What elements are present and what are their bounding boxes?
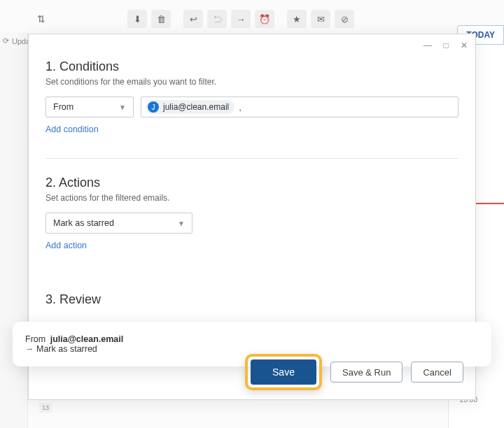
maximize-icon[interactable]: □	[440, 40, 451, 51]
condition-field-select[interactable]: From ▼	[46, 97, 134, 117]
summary-from-label: From	[25, 334, 46, 344]
actions-title: 2. Actions	[46, 176, 458, 190]
summary-action: Mark as starred	[36, 344, 97, 354]
save-highlight: Save	[245, 354, 322, 390]
email-chip[interactable]: J julia@clean.email	[146, 100, 234, 114]
sort-icon[interactable]: ⇅	[34, 11, 49, 27]
summary-email: julia@clean.email	[50, 334, 124, 344]
save-and-run-button[interactable]: Save & Run	[330, 362, 402, 383]
refresh-icon: ⟳	[3, 36, 9, 45]
chevron-down-icon: ▼	[119, 104, 126, 111]
chip-avatar-icon: J	[148, 101, 159, 113]
add-action-link[interactable]: Add action	[46, 241, 458, 250]
condition-value-input[interactable]: J julia@clean.email ,	[141, 97, 458, 117]
cancel-button[interactable]: Cancel	[411, 362, 463, 383]
action-select[interactable]: Mark as starred ▼	[46, 213, 192, 234]
condition-field-label: From	[53, 102, 74, 112]
close-icon[interactable]: ✕	[458, 40, 470, 51]
clock-icon[interactable]: ⏰	[255, 10, 274, 28]
reply-icon[interactable]: ↩	[183, 10, 203, 28]
star-icon[interactable]: ★	[287, 10, 307, 28]
arrow-right-icon: →	[25, 344, 36, 354]
reply-all-icon[interactable]: ⮌	[207, 10, 227, 28]
conditions-title: 1. Conditions	[46, 59, 458, 74]
block-icon[interactable]: ⊘	[335, 10, 354, 28]
forward-icon[interactable]: →	[231, 10, 251, 28]
mail-icon[interactable]: ✉	[311, 10, 330, 28]
actions-subtitle: Set actions for the filtered emails.	[46, 193, 458, 203]
minimize-icon[interactable]: —	[422, 40, 433, 51]
chip-separator: ,	[239, 102, 241, 113]
section-divider	[46, 158, 458, 159]
review-title: 3. Review	[46, 292, 458, 307]
action-selected-label: Mark as starred	[53, 218, 114, 228]
add-condition-link[interactable]: Add condition	[46, 124, 458, 134]
conditions-subtitle: Set conditions for the emails you want t…	[46, 77, 458, 87]
left-sidebar	[0, 32, 28, 428]
trash-icon[interactable]: 🗑	[151, 10, 171, 28]
save-button[interactable]: Save	[251, 359, 316, 385]
calendar-day-label: 13	[39, 403, 52, 413]
chip-email-label: julia@clean.email	[163, 102, 229, 112]
chevron-down-icon: ▼	[178, 220, 185, 227]
download-icon[interactable]: ⬇	[127, 10, 147, 28]
